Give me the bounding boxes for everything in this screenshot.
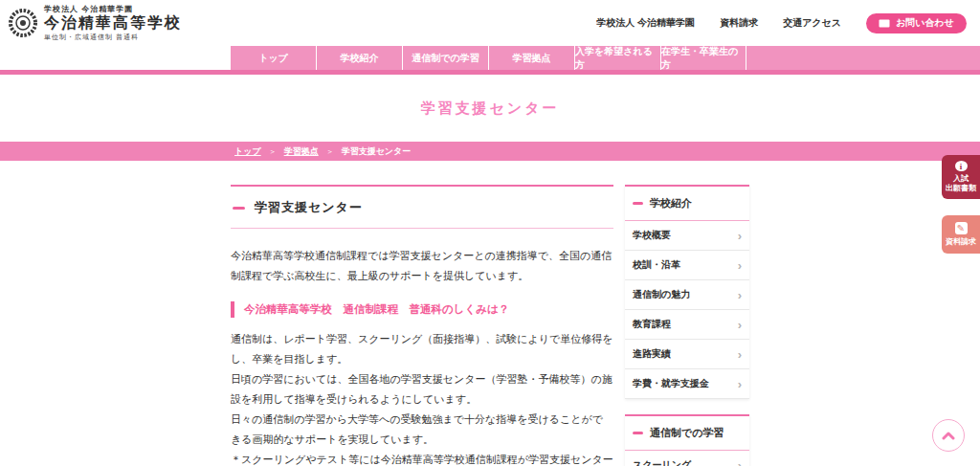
header-utility-nav: 学校法人 今治精華学園 資料請求 交通アクセス お問い合わせ: [596, 13, 967, 33]
header-link-corporation[interactable]: 学校法人 今治精華学園: [596, 16, 695, 30]
breadcrumb-separator: ＞: [269, 146, 277, 157]
body-paragraphs: 通信制は、レポート学習、スクーリング（面接指導）、試験によりで単位修得をし、卒業…: [231, 329, 613, 466]
intro-paragraph: 今治精華高等学校通信制課程では学習支援センターとの連携指導で、全国の通信制課程で…: [231, 246, 613, 286]
nav-item-learning-bases[interactable]: 学習拠点: [488, 46, 574, 70]
sidebar-item-school-overview[interactable]: 学校概要 ›: [625, 221, 749, 251]
brochure-request-button[interactable]: ✎ 資料請求: [942, 215, 980, 254]
admission-documents-button[interactable]: i 入試 出願書類: [942, 155, 980, 199]
body-paragraph: 日頃の学習においては、全国各地の学習支援センター（学習塾・予備校等）の施設を利用…: [231, 369, 613, 410]
dash-icon: [633, 432, 643, 434]
sidebar-section-school-intro: 学校紹介 学校概要 › 校訓・沿革 › 通信制の魅力 › 教育課程 ›: [625, 185, 749, 399]
chevron-right-icon: ›: [738, 458, 742, 466]
sidebar-item-label: スクーリング: [633, 458, 691, 466]
page-title: 学習支援センター: [420, 100, 559, 118]
request-button-label: 資料請求: [946, 237, 976, 247]
sidebar-section-header: 通信制での学習: [625, 416, 749, 451]
sidebar-item-label: 学費・就学支援金: [633, 377, 709, 390]
sidebar-item-motto-history[interactable]: 校訓・沿革 ›: [625, 251, 749, 280]
sidebar-item-label: 学校概要: [633, 229, 671, 242]
chevron-right-icon: ›: [738, 377, 742, 391]
contact-button[interactable]: お問い合わせ: [866, 13, 967, 33]
global-nav: トップ 学校紹介 通信制での学習 学習拠点 入学を希望される方 在学生・卒業生の…: [0, 46, 980, 75]
chevron-right-icon: ›: [738, 258, 742, 273]
scroll-to-top-button[interactable]: [932, 419, 965, 452]
sidebar: 学校紹介 学校概要 › 校訓・沿革 › 通信制の魅力 › 教育課程 ›: [625, 185, 749, 466]
nav-item-top[interactable]: トップ: [230, 46, 316, 70]
dash-icon: [633, 202, 643, 205]
nav-items: トップ 学校紹介 通信制での学習 学習拠点 入学を希望される方 在学生・卒業生の…: [230, 46, 980, 70]
content-area: 学習支援センター 今治精華高等学校通信制課程では学習支援センターとの連携指導で、…: [231, 185, 749, 466]
sidebar-item-label: 進路実績: [633, 347, 671, 361]
sidebar-section-header: 学校紹介: [625, 187, 749, 221]
breadcrumb-link-top[interactable]: トップ: [234, 145, 261, 158]
main-column: 学習支援センター 今治精華高等学校通信制課程では学習支援センターとの連携指導で、…: [231, 185, 613, 466]
subheading: 今治精華高等学校 通信制課程 普通科のしくみは？: [231, 301, 613, 318]
chevron-up-icon: [942, 432, 955, 440]
nav-item-current-students[interactable]: 在学生・卒業生の方: [660, 46, 746, 70]
sidebar-item-tuition-support[interactable]: 学費・就学支援金 ›: [625, 369, 749, 399]
logo-department: 単位制・広域通信制 普通科: [44, 33, 182, 42]
breadcrumb: トップ ＞ 学習拠点 ＞ 学習支援センター: [0, 142, 980, 161]
section-heading: 学習支援センター: [255, 199, 363, 216]
section-heading-box: 学習支援センター: [231, 185, 613, 229]
logo-corporation: 学校法人 今治精華学園: [44, 4, 182, 14]
sidebar-item-curriculum[interactable]: 教育課程 ›: [625, 310, 749, 340]
sidebar-section-correspondence-learning: 通信制での学習 スクーリング ›: [625, 414, 749, 466]
sidebar-section-title: 通信制での学習: [650, 426, 724, 440]
breadcrumb-separator: ＞: [326, 146, 334, 157]
sidebar-item-career-results[interactable]: 進路実績 ›: [625, 340, 749, 369]
school-emblem-icon: [8, 8, 38, 38]
header-link-brochure[interactable]: 資料請求: [720, 16, 758, 30]
breadcrumb-link-learning-bases[interactable]: 学習拠点: [284, 145, 319, 158]
body-paragraph: 日々の通信制の学習から大学等への受験勉強まで十分な指導を受けることができる画期的…: [231, 410, 613, 450]
header: 学校法人 今治精華学園 今治精華高等学校 単位制・広域通信制 普通科 学校法人 …: [0, 0, 980, 46]
page-title-block: 学習支援センター: [0, 75, 980, 142]
body-paragraph: 通信制は、レポート学習、スクーリング（面接指導）、試験によりで単位修得をし、卒業…: [231, 329, 613, 369]
admission-button-label: 入試 出願書類: [946, 174, 976, 193]
sidebar-item-schooling[interactable]: スクーリング ›: [625, 451, 749, 466]
contact-button-label: お問い合わせ: [896, 16, 954, 30]
header-link-access[interactable]: 交通アクセス: [783, 16, 841, 30]
mail-icon: [879, 19, 890, 28]
page: 学校法人 今治精華学園 今治精華高等学校 単位制・広域通信制 普通科 学校法人 …: [0, 0, 980, 466]
nav-item-prospective-students[interactable]: 入学を希望される方: [574, 46, 660, 70]
pencil-icon: ✎: [955, 222, 968, 234]
logo-text: 学校法人 今治精華学園 今治精華高等学校 単位制・広域通信制 普通科: [44, 4, 182, 41]
logo-school-name: 今治精華高等学校: [44, 14, 182, 32]
sidebar-item-correspondence-appeal[interactable]: 通信制の魅力 ›: [625, 280, 749, 310]
body-paragraph: ＊スクーリングやテスト等には今治精華高等学校通信制課程が学習支援センターに出向い…: [231, 450, 613, 466]
chevron-right-icon: ›: [738, 288, 742, 302]
breadcrumb-current: 学習支援センター: [342, 145, 412, 158]
school-logo[interactable]: 学校法人 今治精華学園 今治精華高等学校 単位制・広域通信制 普通科: [8, 4, 182, 41]
nav-spacer: [0, 46, 230, 70]
sidebar-section-title: 学校紹介: [650, 196, 692, 211]
sidebar-item-label: 教育課程: [633, 318, 671, 331]
chevron-right-icon: ›: [738, 347, 742, 362]
nav-item-school-intro[interactable]: 学校紹介: [316, 46, 402, 70]
info-icon: i: [955, 161, 968, 171]
nav-item-correspondence-learning[interactable]: 通信制での学習: [402, 46, 488, 70]
sidebar-item-label: 通信制の魅力: [633, 288, 690, 301]
chevron-right-icon: ›: [738, 318, 742, 332]
dash-icon: [233, 207, 245, 210]
sidebar-item-label: 校訓・沿革: [633, 258, 680, 272]
floating-buttons: i 入試 出願書類 ✎ 資料請求: [942, 155, 980, 254]
chevron-right-icon: ›: [738, 229, 742, 243]
